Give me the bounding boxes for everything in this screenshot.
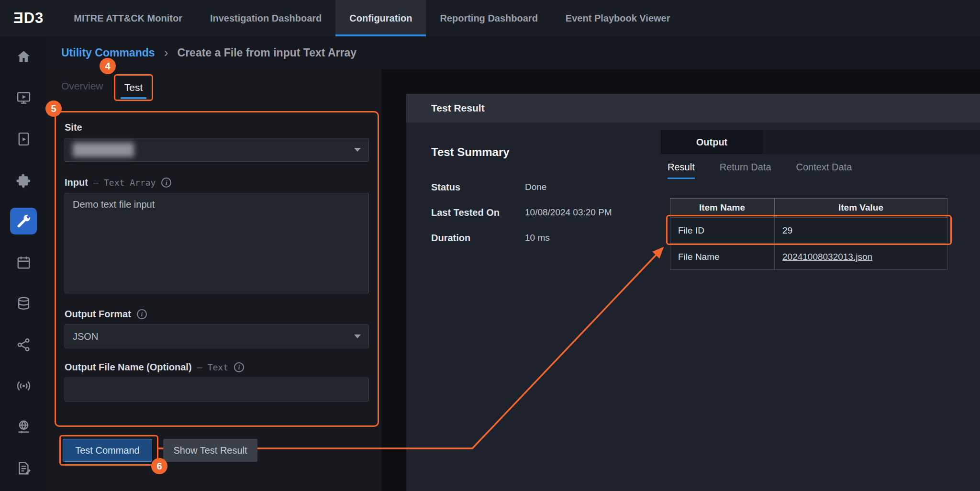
status-value: Done [525, 182, 546, 193]
site-label: Site [65, 122, 82, 133]
sidebar-item-monitor[interactable] [10, 84, 37, 111]
last-tested-value: 10/08/2024 03:20 PM [525, 207, 612, 218]
subtab-context-data[interactable]: Context Data [796, 162, 852, 179]
output-file-name-input[interactable] [65, 378, 369, 402]
file-download-link[interactable]: 20241008032013.json [782, 252, 872, 262]
page-title: Create a File from input Text Array [178, 46, 356, 59]
table-cell-file-name-name: File Name [670, 244, 774, 270]
info-icon[interactable] [161, 178, 171, 188]
icon-sidebar [0, 36, 47, 491]
sidebar-item-home[interactable] [10, 43, 37, 70]
duration-label: Duration [431, 233, 525, 244]
home-icon [16, 49, 32, 65]
annotation-badge-4: 4 [100, 58, 116, 74]
test-result-header: Test Result [406, 94, 980, 123]
file-play-icon [16, 131, 32, 147]
calendar-icon [16, 255, 32, 270]
tab-overview[interactable]: Overview [61, 80, 103, 92]
result-table: Item Name Item Value File ID 29 File Nam… [670, 198, 947, 270]
tab-output[interactable]: Output [661, 130, 763, 154]
summary-row-duration: Duration 10 ms [431, 233, 612, 244]
test-summary-rows: Status Done Last Tested On 10/08/2024 03… [431, 182, 612, 258]
annotation-badge-6: 6 [151, 458, 167, 474]
subtab-result[interactable]: Result [668, 162, 695, 179]
redacted-site-value [73, 143, 134, 157]
sidebar-item-broadcast[interactable] [10, 372, 37, 399]
show-test-result-button[interactable]: Show Test Result [163, 439, 257, 462]
sidebar-item-integrations[interactable] [10, 167, 37, 193]
test-summary-title: Test Summary [431, 145, 510, 159]
status-label: Status [431, 182, 525, 193]
sidebar-item-utility-commands[interactable] [10, 208, 37, 234]
top-navigation-bar: ƎD3 MITRE ATT&CK Monitor Investigation D… [0, 0, 980, 36]
last-tested-label: Last Tested On [431, 207, 525, 218]
tools-icon [16, 213, 32, 229]
sidebar-item-audit[interactable] [10, 455, 37, 481]
globe-settings-icon [16, 419, 32, 435]
summary-row-status: Status Done [431, 182, 612, 193]
chevron-down-icon [354, 148, 361, 152]
duration-value: 10 ms [525, 233, 550, 244]
d3-logo[interactable]: ƎD3 [0, 0, 60, 36]
sidebar-item-data[interactable] [10, 290, 37, 317]
sidebar-item-global-settings[interactable] [10, 413, 37, 440]
table-header-item-name: Item Name [670, 198, 774, 217]
hint-dash: – [197, 362, 202, 373]
tab-test[interactable]: Test [124, 82, 143, 93]
breadcrumb-separator: › [164, 45, 168, 60]
output-format-select[interactable]: JSON [65, 324, 369, 348]
output-file-name-label: Output File Name (Optional) [65, 362, 192, 373]
output-format-value: JSON [73, 331, 98, 342]
test-result-title: Test Result [431, 102, 485, 114]
subtab-return-data[interactable]: Return Data [720, 162, 771, 179]
nav-event-playbook-viewer[interactable]: Event Playbook Viewer [552, 0, 684, 36]
sidebar-item-playbooks[interactable] [10, 125, 37, 152]
table-cell-file-name-value: 20241008032013.json [774, 244, 947, 270]
nav-configuration[interactable]: Configuration [335, 0, 426, 36]
input-type-hint: Text Array [104, 178, 156, 188]
document-edit-icon [16, 460, 32, 476]
output-tab-strip: Output [661, 130, 980, 154]
annotation-box-test-tab: Test [114, 74, 153, 101]
breadcrumb-parent-link[interactable]: Utility Commands [61, 46, 155, 59]
sidebar-item-connections[interactable] [10, 331, 37, 358]
share-nodes-icon [16, 337, 32, 353]
info-icon[interactable] [234, 362, 244, 372]
table-header-item-value: Item Value [774, 198, 947, 217]
annotation-badge-5: 5 [45, 100, 62, 117]
broadcast-icon [16, 378, 32, 394]
output-format-label: Output Format [65, 309, 131, 320]
table-cell-file-id-name: File ID [670, 217, 774, 244]
breadcrumb: Utility Commands › Create a File from in… [47, 36, 980, 69]
nav-investigation-dashboard[interactable]: Investigation Dashboard [196, 0, 335, 36]
database-icon [16, 296, 32, 312]
nav-reporting-dashboard[interactable]: Reporting Dashboard [426, 0, 551, 36]
output-file-type-hint: Text [208, 362, 228, 372]
app-window: ƎD3 MITRE ATT&CK Monitor Investigation D… [0, 0, 980, 491]
nav-mitre-attack-monitor[interactable]: MITRE ATT&CK Monitor [60, 0, 196, 36]
puzzle-icon [16, 172, 32, 188]
test-result-panel: Test Summary Status Done Last Tested On … [406, 123, 980, 491]
info-icon[interactable] [137, 309, 147, 319]
hint-dash: – [93, 177, 99, 188]
annotation-box-test-form: Site Input – Text Array Demo text file i… [55, 111, 379, 427]
table-cell-file-id-value: 29 [774, 217, 947, 244]
test-command-button[interactable]: Test Command [63, 439, 152, 462]
summary-row-last-tested: Last Tested On 10/08/2024 03:20 PM [431, 207, 612, 218]
input-label: Input [65, 177, 88, 188]
output-subtabs: Result Return Data Context Data [668, 162, 852, 179]
monitor-play-icon [16, 90, 32, 106]
site-select[interactable] [65, 138, 369, 162]
chevron-down-icon [354, 335, 361, 338]
input-textarea[interactable]: Demo text file input [65, 193, 369, 293]
sidebar-item-schedule[interactable] [10, 249, 37, 276]
